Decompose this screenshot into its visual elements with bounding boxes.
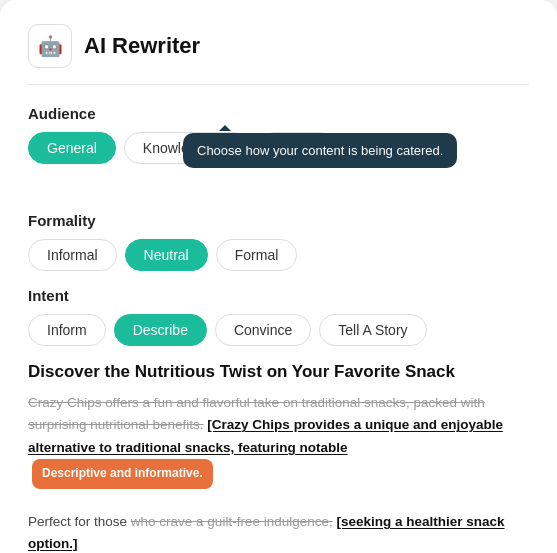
strikethrough-text-2: who crave a guilt-free indulgence,	[131, 514, 333, 529]
intent-chips: Inform Describe Convince Tell A Story	[28, 314, 529, 346]
page-title: AI Rewriter	[84, 33, 200, 59]
content-wrapper: Crazy Chips offers a fun and flavorful t…	[28, 392, 529, 553]
chip-convince[interactable]: Convince	[215, 314, 311, 346]
formality-label: Formality	[28, 212, 529, 229]
chip-describe[interactable]: Describe	[114, 314, 207, 346]
content-section: Discover the Nutritious Twist on Your Fa…	[28, 362, 529, 553]
chip-general[interactable]: General	[28, 132, 116, 164]
audience-label: Audience	[28, 105, 529, 122]
header: 🤖 AI Rewriter	[28, 24, 529, 85]
chip-informal[interactable]: Informal	[28, 239, 117, 271]
chip-tell-a-story[interactable]: Tell A Story	[319, 314, 426, 346]
ai-rewriter-card: 🤖 AI Rewriter Audience General Knowledga…	[0, 0, 557, 553]
formality-chips: Informal Neutral Formal	[28, 239, 529, 271]
header-icon: 🤖	[28, 24, 72, 68]
intent-label: Intent	[28, 287, 529, 304]
intent-section: Intent Inform Describe Convince Tell A S…	[28, 287, 529, 346]
paragraph2-prefix: Perfect for those	[28, 514, 127, 529]
audience-tooltip: Choose how your content is being catered…	[183, 133, 457, 168]
audience-section: Audience General Knowledgable Expert Cho…	[28, 105, 529, 164]
chip-formal[interactable]: Formal	[216, 239, 298, 271]
content-body: Crazy Chips offers a fun and flavorful t…	[28, 392, 529, 553]
formality-section: Formality Informal Neutral Formal	[28, 212, 529, 271]
content-title: Discover the Nutritious Twist on Your Fa…	[28, 362, 529, 382]
chip-inform[interactable]: Inform	[28, 314, 106, 346]
chip-neutral[interactable]: Neutral	[125, 239, 208, 271]
descriptive-tooltip: Descriptive and informative.	[32, 459, 213, 489]
